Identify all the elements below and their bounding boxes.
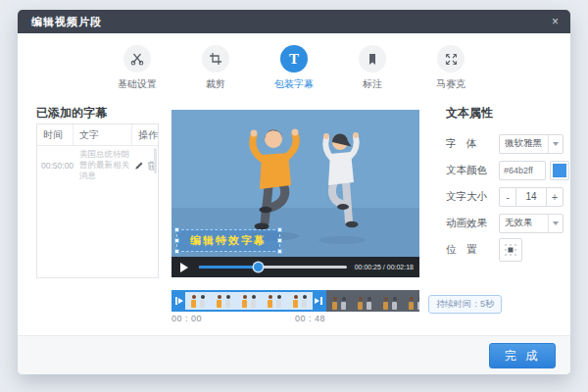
timeline-start-time: 00 : 00: [172, 314, 202, 323]
duration-tooltip: 持续时间：5秒: [428, 295, 502, 314]
text-properties-panel: 文本属性 字 体 微软雅黑 文本颜色 #64b2ff 文字大小 - 14 +: [446, 105, 571, 266]
size-value: 14: [516, 187, 546, 207]
chevron-down-icon: [548, 135, 563, 153]
player-controls: 00:00:25 / 00:02:18: [172, 257, 419, 277]
font-size-label: 文字大小: [446, 190, 499, 204]
row-time: 00:50:00: [37, 161, 74, 171]
resize-handle[interactable]: [277, 227, 282, 232]
animation-label: 动画效果: [446, 217, 499, 230]
tab-label: 标注: [363, 77, 382, 91]
edit-pencil-icon[interactable]: [134, 161, 144, 171]
timeline-thumbnail: [287, 300, 313, 308]
timeline-thumbnail: [185, 300, 211, 308]
animation-value: 无效果: [500, 217, 548, 229]
position-grid-icon: [504, 243, 517, 257]
subtitle-overlay[interactable]: 编辑特效字幕: [176, 229, 280, 252]
font-size-row: 文字大小 - 14 +: [446, 186, 571, 207]
chevron-down-icon: [548, 215, 563, 232]
subtitle-list-title: 已添加的字幕: [36, 105, 107, 122]
text-color-row: 文本颜色 #64b2ff: [446, 160, 571, 180]
animation-select[interactable]: 无效果: [499, 214, 564, 233]
dialog-titlebar: 编辑视频片段 ×: [18, 10, 570, 33]
position-label: 位 置: [446, 243, 499, 257]
color-hex-input[interactable]: #64b2ff: [499, 161, 546, 180]
time-display: 00:00:25 / 00:02:18: [355, 264, 414, 270]
video-preview[interactable]: 编辑特效字幕 00:00:25 / 00:02:18: [172, 110, 419, 277]
close-icon[interactable]: ×: [552, 16, 559, 27]
tab-label: 基础设置: [118, 77, 157, 91]
timeline-thumbnail: [403, 302, 419, 310]
panel-title: 文本属性: [446, 105, 571, 122]
timeline-thumbnail: [377, 302, 403, 310]
mosaic-icon: [437, 45, 465, 73]
font-row: 字 体 微软雅黑: [446, 133, 571, 154]
tab-crop[interactable]: 裁剪: [192, 45, 239, 102]
tab-label: 包装字幕: [274, 77, 314, 91]
text-icon: T: [280, 45, 308, 73]
font-size-stepper: - 14 +: [499, 187, 564, 207]
position-row: 位 置: [446, 239, 571, 260]
resize-handle[interactable]: [174, 249, 179, 254]
edit-mode-toolbar: 基础设置 裁剪 T 包装字幕 标注 马赛克: [18, 33, 570, 102]
tab-basic-settings[interactable]: 基础设置: [114, 45, 161, 102]
tab-annotation[interactable]: 标注: [349, 45, 396, 102]
text-color-label: 文本颜色: [446, 164, 499, 177]
position-grid-button[interactable]: [499, 238, 522, 262]
timeline-thumbnail: [326, 302, 352, 310]
subtitle-overlay-text: 编辑特效字幕: [190, 234, 267, 246]
dialog-title: 编辑视频片段: [31, 15, 102, 29]
progress-fill: [199, 266, 258, 269]
resize-handle[interactable]: [277, 249, 282, 254]
bookmark-icon: [359, 45, 386, 73]
subtitle-table-header: 时间 文字 操作: [37, 124, 158, 146]
size-decrease-button[interactable]: -: [499, 187, 516, 207]
trim-handle-left[interactable]: [173, 292, 185, 310]
tab-label: 马赛克: [436, 77, 466, 91]
crop-icon: [202, 45, 229, 73]
size-increase-button[interactable]: +: [546, 187, 564, 207]
done-button[interactable]: 完 成: [489, 343, 556, 368]
scissors-icon: [123, 45, 151, 73]
edit-video-clip-dialog: 编辑视频片段 × 基础设置 裁剪 T 包装字幕 标注: [18, 10, 570, 374]
timeline-end-time: 00 : 48: [295, 314, 325, 323]
animation-row: 动画效果 无效果: [446, 213, 571, 233]
timeline-thumbnail: [211, 300, 236, 308]
font-label: 字 体: [446, 137, 499, 151]
color-swatch: [553, 164, 566, 177]
timeline-unselected[interactable]: [326, 290, 419, 312]
play-icon: [180, 263, 188, 272]
progress-slider[interactable]: [199, 257, 347, 277]
row-text: 美国总统特朗普的最新相关消息: [74, 146, 132, 184]
table-row[interactable]: 00:50:00 美国总统特朗普的最新相关消息: [37, 146, 158, 184]
resize-handle[interactable]: [174, 227, 179, 232]
timeline-strip[interactable]: [172, 290, 419, 312]
tab-subtitle[interactable]: T 包装字幕: [270, 45, 318, 102]
resize-handle[interactable]: [277, 238, 282, 243]
color-swatch-button[interactable]: [550, 161, 569, 180]
timeline-thumbnail: [352, 302, 377, 310]
column-header-time: 时间: [37, 124, 74, 145]
dialog-footer: 完 成: [18, 335, 570, 374]
timeline-thumbnail: [262, 300, 287, 308]
table-scrollbar[interactable]: [154, 148, 157, 173]
font-select[interactable]: 微软雅黑: [499, 134, 564, 154]
trim-handle-right[interactable]: [313, 292, 324, 310]
subtitle-table: 时间 文字 操作 00:50:00 美国总统特朗普的最新相关消息: [36, 123, 159, 278]
resize-handle[interactable]: [174, 238, 179, 243]
column-header-text: 文字: [74, 124, 132, 145]
font-value: 微软雅黑: [500, 137, 548, 150]
timeline-thumbnail: [236, 300, 262, 308]
progress-thumb[interactable]: [254, 263, 263, 271]
timeline-selected-range[interactable]: [172, 290, 326, 312]
tab-mosaic[interactable]: 马赛克: [427, 45, 474, 102]
play-button[interactable]: [172, 257, 197, 277]
column-header-operation: 操作: [132, 124, 158, 145]
tab-label: 裁剪: [206, 77, 225, 91]
